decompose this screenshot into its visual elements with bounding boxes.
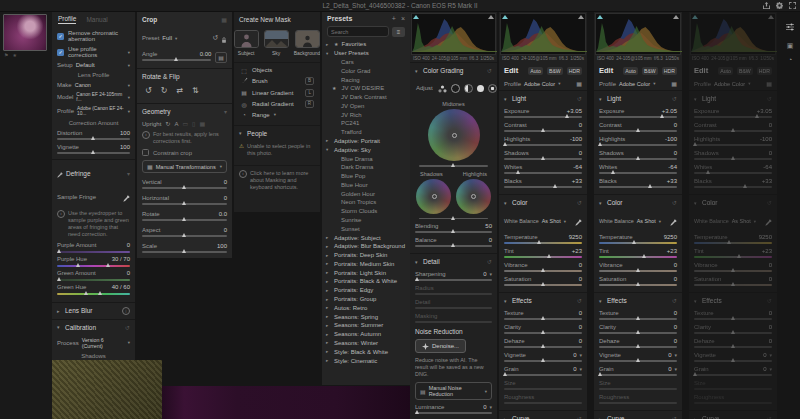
wb-eyedropper-icon[interactable] — [575, 212, 582, 230]
grid-overlay-icon[interactable]: ▦ — [221, 16, 227, 23]
profile-browser-icon[interactable]: ▦ — [576, 80, 582, 87]
lens-make-select[interactable]: Make Canon ▾ — [52, 78, 135, 88]
level-tool-icon[interactable]: ▤ — [215, 52, 227, 63]
preset-group-favorites[interactable]: ▸★Favorites — [322, 40, 410, 49]
reset-icon[interactable]: ↺ — [672, 95, 677, 102]
reset-icon[interactable]: ↺ — [672, 199, 677, 206]
horizontal-slider[interactable]: Horizontal0 — [137, 189, 232, 205]
shadows-wheel-icon[interactable] — [451, 84, 460, 93]
gear-icon[interactable] — [776, 2, 783, 9]
mask-background-button[interactable]: Background — [294, 30, 320, 56]
preset-group-user-presets[interactable]: ▾User Presets — [322, 49, 410, 58]
exposure-slider[interactable]: Exposure+3.05 — [689, 104, 777, 118]
preset-item[interactable]: JV Rich — [322, 110, 410, 119]
hdr-button[interactable]: HDR — [757, 67, 772, 75]
profile-browser-icon[interactable]: ▦ — [766, 80, 772, 87]
preset-item[interactable]: JV Open — [322, 101, 410, 110]
profile-select[interactable]: Profile Adobe Color ▾ ▦ — [499, 76, 587, 87]
preset-group[interactable]: ▸Seasons: Summer — [322, 321, 410, 330]
flip-vertical-icon[interactable]: ⇅ — [192, 86, 199, 95]
constrain-crop-checkbox-row[interactable]: Constrain crop — [137, 145, 232, 156]
upright-full-icon[interactable]: ▦ — [199, 120, 205, 127]
upright-off-icon[interactable]: ↻ — [165, 120, 170, 127]
shadow-clipping-indicator[interactable] — [413, 15, 419, 19]
expand-icon[interactable] — [789, 2, 796, 9]
add-preset-icon[interactable]: + — [392, 15, 396, 22]
auto-button[interactable]: Auto — [718, 67, 733, 75]
blacks-slider[interactable]: Blacks+33 — [689, 174, 777, 188]
preset-group[interactable]: ▸Adaptive: Blur Background — [322, 242, 410, 251]
rotate-right-icon[interactable]: ↻ — [161, 86, 168, 95]
saturation-slider[interactable]: Saturation0 — [499, 272, 587, 286]
white-balance-select[interactable]: White Balance As Shot ▾ — [499, 208, 587, 230]
blacks-slider[interactable]: Blacks+33 — [499, 174, 587, 188]
preset-group[interactable]: ▸Adaptive: Subject — [322, 233, 410, 242]
dehaze-slider[interactable]: Dehaze0 — [594, 334, 682, 348]
contrast-slider[interactable]: Contrast0 — [594, 118, 682, 132]
balance-slider[interactable]: Balance0 — [410, 233, 497, 247]
highlight-clipping-indicator[interactable] — [488, 15, 494, 19]
histogram[interactable] — [690, 13, 776, 55]
temperature-slider[interactable]: Temperature9250 — [594, 230, 682, 244]
denoise-button[interactable]: Denoise... — [415, 339, 466, 353]
distortion-slider[interactable]: Distortion100 — [52, 126, 135, 140]
preset-item[interactable]: Neon Tropics — [322, 198, 410, 207]
curve-header[interactable]: ▸ Curve ↺ — [689, 411, 777, 419]
color-header[interactable]: ▾ Color ↺ — [594, 195, 682, 208]
reset-icon[interactable]: ↺ — [767, 415, 772, 419]
preset-group[interactable]: ▸Autos: Retro — [322, 303, 410, 312]
blacks-slider[interactable]: Blacks+33 — [594, 174, 682, 188]
detail-header[interactable]: ▾ Detail ↺ — [410, 254, 497, 267]
vignette-slider[interactable]: Vignette0▾ — [594, 348, 682, 362]
curve-header[interactable]: ▸ Curve ↺ — [499, 411, 587, 419]
reset-icon[interactable]: ↺ — [767, 95, 772, 102]
preset-group[interactable]: ▸Seasons: Winter — [322, 339, 410, 348]
blending-slider[interactable]: Blending50 — [410, 219, 497, 233]
rotate-left-icon[interactable]: ↺ — [145, 86, 152, 95]
luminance-slider[interactable]: Luminance0▾ — [410, 400, 497, 414]
manual-noise-reduction-dropdown[interactable]: ▤ Manual Noise Reduction ▾ — [415, 382, 492, 400]
effects-header[interactable]: ▾ Effects ↺ — [689, 293, 777, 306]
preset-group[interactable]: ▸Adaptive: Portrait — [322, 137, 410, 146]
white-balance-select[interactable]: White Balance As Shot ▾ — [689, 208, 777, 230]
offset-x-slider[interactable]: Offset X0.0 — [137, 253, 232, 258]
upright-vertical-icon[interactable]: ▯ — [192, 120, 195, 127]
checkbox-checked-icon[interactable]: ✓ — [57, 33, 64, 40]
photo-region-purple[interactable] — [162, 386, 410, 419]
flyout-icon[interactable]: ▾ — [128, 50, 130, 55]
highlights-wheel-icon[interactable] — [477, 85, 484, 92]
color-grading-header[interactable]: ▾ Color Grading ↺ — [410, 63, 497, 76]
curve-header[interactable]: ▸ Curve ↺ — [594, 411, 682, 419]
upright-auto-icon[interactable]: A — [174, 121, 178, 127]
vignette-slider[interactable]: Vignette0▾ — [689, 348, 777, 362]
saturation-slider[interactable]: Saturation0 — [689, 272, 777, 286]
auto-button[interactable]: Auto — [528, 67, 543, 75]
filmstrip-thumbnail[interactable] — [3, 14, 47, 51]
checkbox-unchecked-icon[interactable] — [142, 149, 149, 156]
process-select[interactable]: Process Version 6 (Current) ▾ — [52, 333, 135, 349]
vignette-slider[interactable]: Vignette0▾ — [499, 348, 587, 362]
rating-icon[interactable]: ★ — [12, 52, 16, 58]
aspect-slider[interactable]: Aspect0 — [137, 221, 232, 237]
preset-group[interactable]: ▸Portraits: Medium Skin — [322, 260, 410, 269]
expander-icon[interactable]: ▾ — [579, 366, 582, 372]
purple-hue-slider[interactable]: Purple Hue30 / 70 — [52, 253, 135, 267]
reset-icon[interactable]: ↺ — [767, 297, 772, 304]
profile-select[interactable]: Profile Adobe Color ▾ ▦ — [594, 76, 682, 87]
preset-group[interactable]: ▸Seasons: Spring — [322, 312, 410, 321]
lens-model-select[interactable]: Model Canon EF 24-105mm f... ▾ — [52, 88, 135, 102]
reset-icon[interactable]: ↺ — [125, 324, 130, 331]
calibration-header[interactable]: ▾ Calibration ↺ — [52, 320, 135, 333]
light-header[interactable]: ▾ Light ↺ — [594, 91, 682, 104]
whites-slider[interactable]: Whites-64 — [499, 160, 587, 174]
clarity-slider[interactable]: Clarity0 — [594, 320, 682, 334]
hdr-button[interactable]: HDR — [567, 67, 582, 75]
upright-level-icon[interactable]: ▭ — [182, 120, 188, 127]
preset-group[interactable]: ▸Portraits: Deep Skin — [322, 251, 410, 260]
shadows-slider[interactable]: Shadows0 — [689, 146, 777, 160]
reset-icon[interactable]: ↺ — [577, 95, 582, 102]
reset-icon[interactable]: ↺ — [577, 415, 582, 419]
contrast-slider[interactable]: Contrast0 — [689, 118, 777, 132]
shadow-clipping-indicator[interactable] — [502, 15, 508, 19]
preset-group[interactable]: ▸Portraits: Light Skin — [322, 268, 410, 277]
